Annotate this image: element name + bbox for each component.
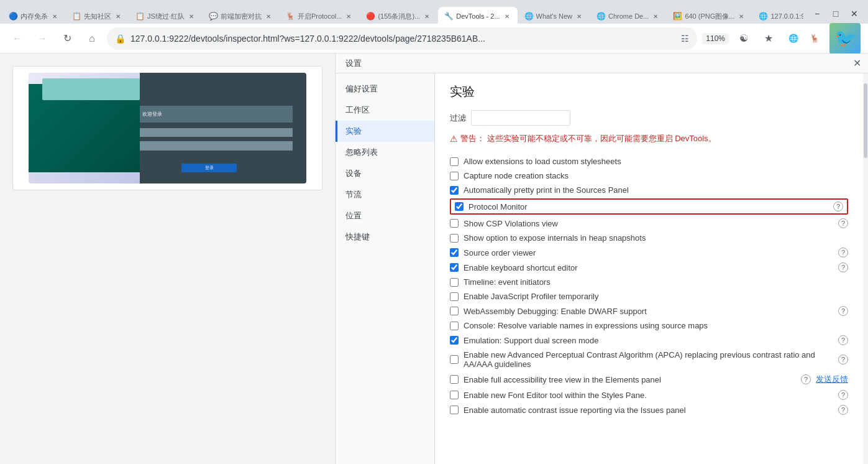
window-controls: − □ ✕ [803, 5, 868, 22]
ext1-icon[interactable]: 🌐 [783, 29, 803, 49]
checkbox-wasm_debug[interactable] [450, 307, 459, 315]
tab-tab2[interactable]: 📋 先知社区 ✕ [66, 7, 129, 26]
experiment-label-source_order: Source order viewer [464, 248, 833, 258]
devtools-panel: 设置 ✕ 偏好设置工作区实验忽略列表设备节流位置快捷键 实验 过滤 ⚠ 警告： … [336, 53, 868, 464]
nav-item-preferences[interactable]: 偏好设置 [336, 78, 434, 100]
help-icon-auto_contrast[interactable]: ? [838, 405, 848, 415]
checkbox-apca[interactable] [450, 355, 459, 364]
nav-item-workspace[interactable]: 工作区 [336, 100, 434, 121]
tab-close-icon[interactable]: ✕ [737, 12, 746, 21]
checkbox-console_resolve[interactable] [450, 322, 459, 330]
experiment-row-accessibility_tree: Enable full accessibility tree view in t… [450, 371, 848, 387]
tab-tab6[interactable]: 🔴 (155条消息)... ✕ [360, 7, 437, 26]
tab-favicon: 🖼️ [673, 12, 682, 21]
experiment-label-auto_pretty: Automatically pretty print in the Source… [464, 185, 848, 195]
devtools-close-button[interactable]: ✕ [851, 57, 863, 70]
tab-close-icon[interactable]: ✕ [651, 12, 660, 21]
checkbox-auto_pretty[interactable] [450, 186, 459, 195]
maximize-button[interactable]: □ [827, 5, 844, 22]
tab-tab4[interactable]: 💬 前端加密对抗 ✕ [203, 7, 279, 26]
experiment-label-js_profiler: Enable JavaScript Profiler temporarily [464, 292, 848, 301]
tab-close-icon[interactable]: ✕ [187, 12, 196, 21]
checkbox-capture_node[interactable] [450, 172, 459, 180]
scrollbar-track[interactable] [863, 53, 868, 464]
ext2-icon[interactable]: 🦌 [805, 29, 825, 49]
scrollbar-thumb[interactable] [864, 83, 867, 158]
help-icon-accessibility_tree[interactable]: ? [801, 374, 811, 384]
address-bar[interactable]: 🔒 127.0.0.1:9222/devtools/inspector.html… [107, 27, 697, 50]
help-icon-show_csp[interactable]: ? [838, 218, 848, 228]
tab-favicon: 🌐 [596, 12, 606, 21]
checkbox-font_editor[interactable] [450, 391, 459, 399]
tab-tab5[interactable]: 🦌 开启Protocol... ✕ [280, 7, 360, 26]
checkbox-protocol_monitor[interactable] [455, 202, 464, 211]
experiment-row-font_editor: Enable new Font Editor tool within the S… [450, 387, 848, 402]
minimize-button[interactable]: − [808, 5, 826, 22]
tab-close-icon[interactable]: ✕ [503, 12, 511, 21]
tab-tab9[interactable]: 🌐 Chrome De... ✕ [590, 7, 666, 26]
home-button[interactable]: ⌂ [82, 29, 102, 49]
checkbox-emulation_dual[interactable] [450, 336, 459, 345]
tab-favicon: 💬 [209, 12, 218, 21]
tab-tab11[interactable]: 🌐 127.0.0.1:9222/... ✕ [752, 7, 803, 26]
feedback-link-accessibility_tree[interactable]: 发送反馈 [816, 374, 848, 385]
tab-favicon: 🌐 [524, 12, 534, 21]
help-icon-wasm_debug[interactable]: ? [838, 306, 848, 316]
forward-button[interactable]: → [32, 29, 52, 49]
browser-toolbar: ← → ↻ ⌂ 🔒 127.0.0.1:9222/devtools/inspec… [0, 24, 868, 53]
tab-tab7[interactable]: 🔧 DevTools - 2... ✕ [438, 7, 517, 26]
help-icon-protocol_monitor[interactable]: ? [833, 202, 843, 211]
help-icon-keyboard_shortcut[interactable]: ? [838, 262, 848, 272]
extensions-button[interactable]: ☯ [734, 29, 754, 49]
experiment-row-console_resolve: Console: Resolve variable names in expre… [450, 318, 848, 333]
zoom-badge[interactable]: 110% [702, 33, 729, 44]
tab-close-icon[interactable]: ✕ [575, 12, 583, 21]
tab-title: 内存免杀 [21, 12, 48, 21]
tab-close-icon[interactable]: ✕ [344, 12, 353, 21]
tab-close-icon[interactable]: ✕ [264, 12, 273, 21]
experiment-row-auto_contrast: Enable automatic contrast issue reportin… [450, 402, 848, 417]
checkbox-keyboard_shortcut[interactable] [450, 263, 459, 272]
tab-tab8[interactable]: 🌐 What's New ✕ [518, 7, 590, 26]
nav-item-locations[interactable]: 位置 [336, 205, 434, 226]
tab-tab3[interactable]: 📋 JS绕过·红队 ✕ [129, 7, 202, 26]
qr-icon[interactable]: ☷ [681, 34, 689, 44]
close-window-button[interactable]: ✕ [846, 5, 863, 22]
refresh-button[interactable]: ↻ [57, 29, 77, 49]
tab-close-icon[interactable]: ✕ [423, 12, 431, 21]
checkbox-allow_ext[interactable] [450, 157, 459, 166]
experiment-label-timeline: Timeline: event initiators [464, 277, 848, 287]
tab-favicon: 📋 [135, 12, 145, 21]
nav-item-shortcuts[interactable]: 快捷键 [336, 226, 434, 248]
help-icon-apca[interactable]: ? [838, 355, 848, 364]
devtools-nav: 偏好设置工作区实验忽略列表设备节流位置快捷键 [336, 73, 435, 464]
checkbox-accessibility_tree[interactable] [450, 375, 459, 384]
nav-item-devices[interactable]: 设备 [336, 163, 434, 184]
checkbox-auto_contrast[interactable] [450, 406, 459, 414]
tab-close-icon[interactable]: ✕ [114, 12, 122, 21]
checkbox-timeline[interactable] [450, 278, 459, 287]
bookmark-button[interactable]: ★ [759, 29, 779, 49]
experiment-row-keyboard_shortcut: Enable keyboard shortcut editor? [450, 260, 848, 275]
tab-close-icon[interactable]: ✕ [50, 12, 59, 21]
back-button[interactable]: ← [7, 29, 27, 49]
tab-tab1[interactable]: 🔵 内存免杀 ✕ [2, 7, 65, 26]
experiment-label-apca: Enable new Advanced Perceptual Contrast … [464, 350, 833, 369]
checkbox-js_profiler[interactable] [450, 292, 459, 301]
nav-item-experiments[interactable]: 实验 [336, 121, 434, 142]
filter-input[interactable] [471, 110, 570, 126]
nav-item-ignore_list[interactable]: 忽略列表 [336, 142, 434, 163]
help-icon-emulation_dual[interactable]: ? [838, 335, 848, 345]
experiment-row-emulation_dual: Emulation: Support dual screen mode? [450, 333, 848, 348]
checkbox-expose_internals[interactable] [450, 234, 459, 243]
checkbox-source_order[interactable] [450, 248, 459, 257]
experiment-row-show_csp: Show CSP Violations view? [450, 216, 848, 231]
tab-tab10[interactable]: 🖼️ 640 (PNG图像... ✕ [667, 7, 752, 26]
experiment-row-timeline: Timeline: event initiators [450, 275, 848, 289]
help-icon-source_order[interactable]: ? [838, 248, 848, 258]
nav-item-throttling[interactable]: 节流 [336, 184, 434, 205]
tab-title: Chrome De... [608, 12, 649, 20]
checkbox-show_csp[interactable] [450, 219, 459, 228]
help-icon-font_editor[interactable]: ? [838, 390, 848, 400]
tab-title: 127.0.0.1:9222/... [770, 12, 803, 20]
